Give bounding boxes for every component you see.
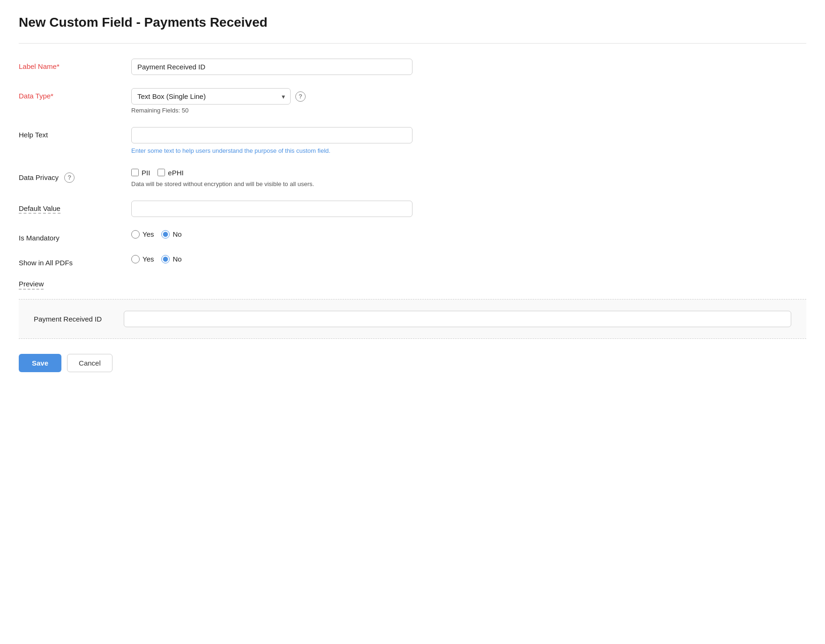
ephi-label: ePHI: [168, 169, 183, 177]
preview-section: Preview Payment Received ID: [19, 280, 806, 339]
help-text-row: Help Text Enter some text to help users …: [19, 127, 806, 156]
pii-label: PII: [142, 169, 150, 177]
data-privacy-row: Data Privacy ? PII ePHI Data will be sto…: [19, 169, 806, 187]
is-mandatory-row: Is Mandatory Yes No: [19, 230, 806, 242]
is-mandatory-yes-label: Yes: [142, 230, 154, 238]
data-privacy-help-icon[interactable]: ?: [64, 172, 75, 183]
show-in-pdfs-radio-group: Yes No: [131, 255, 412, 263]
data-type-select-outer: Text Box (Single Line) Text Box (Multi L…: [131, 88, 412, 105]
pii-checkbox[interactable]: [131, 169, 139, 176]
show-in-pdfs-row: Show in All PDFs Yes No: [19, 255, 806, 267]
remaining-fields-text: Remaining Fields: 50: [131, 107, 412, 114]
is-mandatory-no-item[interactable]: No: [161, 230, 181, 239]
preview-field-input[interactable]: [124, 311, 791, 327]
show-in-pdfs-no-radio[interactable]: [161, 255, 170, 263]
cancel-button[interactable]: Cancel: [67, 354, 112, 372]
show-in-pdfs-control: Yes No: [131, 255, 412, 263]
show-in-pdfs-no-label: No: [172, 255, 181, 263]
button-row: Save Cancel: [19, 354, 806, 372]
help-text-hint: Enter some text to help users understand…: [131, 146, 412, 156]
data-type-help-icon[interactable]: ?: [295, 91, 306, 102]
default-value-label: Default Value: [19, 201, 131, 214]
default-value-row: Default Value: [19, 201, 806, 217]
label-name-row: Label Name*: [19, 59, 806, 75]
show-in-pdfs-no-item[interactable]: No: [161, 255, 181, 263]
label-name-label: Label Name*: [19, 59, 131, 70]
is-mandatory-yes-item[interactable]: Yes: [131, 230, 154, 239]
preview-label-wrap: Preview: [19, 280, 806, 293]
data-privacy-label-text: Data Privacy: [19, 173, 59, 181]
data-type-row: Data Type* Text Box (Single Line) Text B…: [19, 88, 806, 114]
show-in-pdfs-yes-label: Yes: [142, 255, 154, 263]
default-value-control: [131, 201, 412, 217]
show-in-pdfs-label: Show in All PDFs: [19, 255, 131, 267]
default-value-input[interactable]: [131, 201, 412, 217]
data-privacy-checkboxes: PII ePHI: [131, 169, 412, 177]
preview-label: Preview: [19, 280, 44, 290]
data-type-select-container: Text Box (Single Line) Text Box (Multi L…: [131, 88, 291, 105]
is-mandatory-no-label: No: [172, 230, 181, 238]
help-text-control: Enter some text to help users understand…: [131, 127, 412, 156]
help-text-input[interactable]: [131, 127, 412, 143]
is-mandatory-yes-radio[interactable]: [131, 230, 140, 239]
privacy-note: Data will be stored without encryption a…: [131, 180, 412, 187]
default-value-label-text: Default Value: [19, 204, 60, 214]
is-mandatory-control: Yes No: [131, 230, 412, 239]
data-privacy-control: PII ePHI Data will be stored without enc…: [131, 169, 412, 187]
label-name-input[interactable]: [131, 59, 412, 75]
header-divider: [19, 43, 806, 44]
ephi-checkbox[interactable]: [158, 169, 165, 176]
is-mandatory-radio-group: Yes No: [131, 230, 412, 239]
ephi-checkbox-item[interactable]: ePHI: [158, 169, 183, 177]
show-in-pdfs-yes-item[interactable]: Yes: [131, 255, 154, 263]
data-privacy-label: Data Privacy ?: [19, 169, 131, 183]
page-title: New Custom Field - Payments Received: [19, 15, 806, 30]
preview-field-label: Payment Received ID: [34, 315, 109, 323]
data-type-label: Data Type*: [19, 88, 131, 100]
preview-box: Payment Received ID: [19, 299, 806, 339]
data-type-select[interactable]: Text Box (Single Line) Text Box (Multi L…: [131, 88, 291, 105]
help-text-label: Help Text: [19, 127, 131, 139]
save-button[interactable]: Save: [19, 354, 61, 372]
is-mandatory-label: Is Mandatory: [19, 230, 131, 242]
pii-checkbox-item[interactable]: PII: [131, 169, 150, 177]
data-type-control: Text Box (Single Line) Text Box (Multi L…: [131, 88, 412, 114]
is-mandatory-no-radio[interactable]: [161, 230, 170, 239]
show-in-pdfs-yes-radio[interactable]: [131, 255, 140, 263]
label-name-control: [131, 59, 412, 75]
